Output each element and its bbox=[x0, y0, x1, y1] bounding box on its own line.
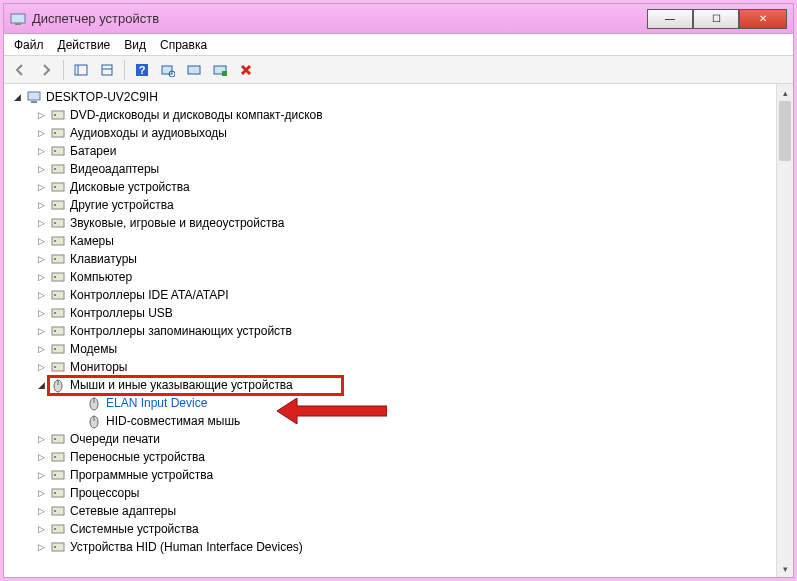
tree-arrow-icon[interactable]: ◢ bbox=[12, 88, 23, 106]
tree-category-17[interactable]: ▷Переносные устройства bbox=[6, 448, 793, 466]
tree-category-7[interactable]: ▷Камеры bbox=[6, 232, 793, 250]
tree-arrow-icon[interactable]: ▷ bbox=[36, 358, 47, 376]
tree-arrow-icon[interactable]: ▷ bbox=[36, 304, 47, 322]
tree-category-21[interactable]: ▷Системные устройства bbox=[6, 520, 793, 538]
device-icon bbox=[50, 215, 66, 231]
tree-root[interactable]: ◢DESKTOP-UV2C9IH bbox=[6, 88, 793, 106]
tree-category-0[interactable]: ▷DVD-дисководы и дисководы компакт-диско… bbox=[6, 106, 793, 124]
tree-category-18[interactable]: ▷Программные устройства bbox=[6, 466, 793, 484]
show-hidden-button[interactable] bbox=[69, 59, 93, 81]
menubar: Файл Действие Вид Справка bbox=[4, 34, 793, 56]
tree-item-label: HID-совместимая мышь bbox=[106, 412, 240, 430]
update-driver-button[interactable] bbox=[182, 59, 206, 81]
tree-category-19[interactable]: ▷Процессоры bbox=[6, 484, 793, 502]
tree-arrow-icon[interactable]: ▷ bbox=[36, 106, 47, 124]
nav-forward-button[interactable] bbox=[34, 59, 58, 81]
tree-arrow-icon[interactable]: ▷ bbox=[36, 124, 47, 142]
svg-rect-8 bbox=[162, 66, 172, 74]
menu-file[interactable]: Файл bbox=[14, 38, 44, 52]
svg-rect-39 bbox=[52, 327, 64, 335]
tree-item-label: Компьютер bbox=[70, 268, 132, 286]
tree-arrow-icon[interactable]: ▷ bbox=[36, 178, 47, 196]
tree-arrow-icon[interactable]: ◢ bbox=[36, 376, 47, 394]
svg-rect-59 bbox=[52, 507, 64, 515]
tree-arrow-icon[interactable]: ▷ bbox=[36, 214, 47, 232]
device-icon bbox=[50, 161, 66, 177]
tree-item-label: Очереди печати bbox=[70, 430, 160, 448]
tree-category-5[interactable]: ▷Другие устройства bbox=[6, 196, 793, 214]
menu-action[interactable]: Действие bbox=[58, 38, 111, 52]
tree-item-label: Контроллеры USB bbox=[70, 304, 173, 322]
device-manager-window: Диспетчер устройств — ☐ ✕ Файл Действие … bbox=[3, 3, 794, 578]
device-icon bbox=[50, 485, 66, 501]
svg-point-58 bbox=[54, 492, 56, 494]
tree-arrow-icon[interactable]: ▷ bbox=[36, 142, 47, 160]
svg-point-22 bbox=[54, 168, 56, 170]
nav-back-button[interactable] bbox=[8, 59, 32, 81]
uninstall-button[interactable] bbox=[208, 59, 232, 81]
menu-view[interactable]: Вид bbox=[124, 38, 146, 52]
tree-arrow-icon[interactable]: ▷ bbox=[36, 286, 47, 304]
tree-category-20[interactable]: ▷Сетевые адаптеры bbox=[6, 502, 793, 520]
help-button[interactable]: ? bbox=[130, 59, 154, 81]
tree-arrow-icon[interactable]: ▷ bbox=[36, 232, 47, 250]
device-icon bbox=[50, 251, 66, 267]
tree-category-3[interactable]: ▷Видеоадаптеры bbox=[6, 160, 793, 178]
device-icon bbox=[50, 467, 66, 483]
tree-arrow-icon[interactable]: ▷ bbox=[36, 484, 47, 502]
tree-category-22[interactable]: ▷Устройства HID (Human Interface Devices… bbox=[6, 538, 793, 556]
svg-point-60 bbox=[54, 510, 56, 512]
svg-rect-15 bbox=[52, 111, 64, 119]
tree-category-2[interactable]: ▷Батареи bbox=[6, 142, 793, 160]
tree-arrow-icon[interactable]: ▷ bbox=[36, 250, 47, 268]
tree-arrow-icon[interactable]: ▷ bbox=[36, 520, 47, 538]
maximize-button[interactable]: ☐ bbox=[693, 9, 739, 29]
tree-item-label: Сетевые адаптеры bbox=[70, 502, 176, 520]
tree-arrow-icon[interactable]: ▷ bbox=[36, 160, 47, 178]
tree-arrow-icon[interactable]: ▷ bbox=[36, 448, 47, 466]
tree-arrow-icon[interactable]: ▷ bbox=[36, 538, 47, 556]
disable-button[interactable] bbox=[234, 59, 258, 81]
minimize-button[interactable]: — bbox=[647, 9, 693, 29]
tree-category-8[interactable]: ▷Клавиатуры bbox=[6, 250, 793, 268]
tree-arrow-icon[interactable]: ▷ bbox=[36, 322, 47, 340]
svg-point-38 bbox=[54, 312, 56, 314]
properties-button[interactable] bbox=[95, 59, 119, 81]
svg-point-24 bbox=[54, 186, 56, 188]
tree-category-13[interactable]: ▷Модемы bbox=[6, 340, 793, 358]
close-button[interactable]: ✕ bbox=[739, 9, 787, 29]
tree-category-9[interactable]: ▷Компьютер bbox=[6, 268, 793, 286]
tree-category-16[interactable]: ▷Очереди печати bbox=[6, 430, 793, 448]
svg-rect-17 bbox=[52, 129, 64, 137]
device-icon bbox=[50, 107, 66, 123]
tree-arrow-icon[interactable]: ▷ bbox=[36, 340, 47, 358]
scan-hardware-button[interactable] bbox=[156, 59, 180, 81]
scrollbar[interactable]: ▴ ▾ bbox=[776, 84, 793, 577]
tree-arrow-icon[interactable]: ▷ bbox=[36, 502, 47, 520]
tree-item-label: DESKTOP-UV2C9IH bbox=[46, 88, 158, 106]
device-icon bbox=[50, 233, 66, 249]
tree-item-label: Аудиовходы и аудиовыходы bbox=[70, 124, 227, 142]
titlebar[interactable]: Диспетчер устройств — ☐ ✕ bbox=[4, 4, 793, 34]
tree-category-12[interactable]: ▷Контроллеры запоминающих устройств bbox=[6, 322, 793, 340]
tree-arrow-icon[interactable]: ▷ bbox=[36, 466, 47, 484]
scroll-down-button[interactable]: ▾ bbox=[777, 560, 793, 577]
scroll-thumb[interactable] bbox=[779, 101, 791, 161]
tree-arrow-icon[interactable]: ▷ bbox=[36, 268, 47, 286]
tree-category-15[interactable]: ◢Мыши и иные указывающие устройства bbox=[6, 376, 793, 394]
menu-help[interactable]: Справка bbox=[160, 38, 207, 52]
tree-device-15-1[interactable]: HID-совместимая мышь bbox=[6, 412, 793, 430]
tree-item-label: Клавиатуры bbox=[70, 250, 137, 268]
tree-category-6[interactable]: ▷Звуковые, игровые и видеоустройства bbox=[6, 214, 793, 232]
app-icon bbox=[10, 11, 26, 27]
tree-arrow-icon[interactable]: ▷ bbox=[36, 196, 47, 214]
scroll-up-button[interactable]: ▴ bbox=[777, 84, 793, 101]
tree-category-11[interactable]: ▷Контроллеры USB bbox=[6, 304, 793, 322]
tree-category-1[interactable]: ▷Аудиовходы и аудиовыходы bbox=[6, 124, 793, 142]
tree-category-10[interactable]: ▷Контроллеры IDE ATA/ATAPI bbox=[6, 286, 793, 304]
tree-category-4[interactable]: ▷Дисковые устройства bbox=[6, 178, 793, 196]
tree-device-15-0[interactable]: ELAN Input Device bbox=[6, 394, 793, 412]
tree-category-14[interactable]: ▷Мониторы bbox=[6, 358, 793, 376]
tree-arrow-icon[interactable]: ▷ bbox=[36, 430, 47, 448]
device-icon bbox=[50, 431, 66, 447]
